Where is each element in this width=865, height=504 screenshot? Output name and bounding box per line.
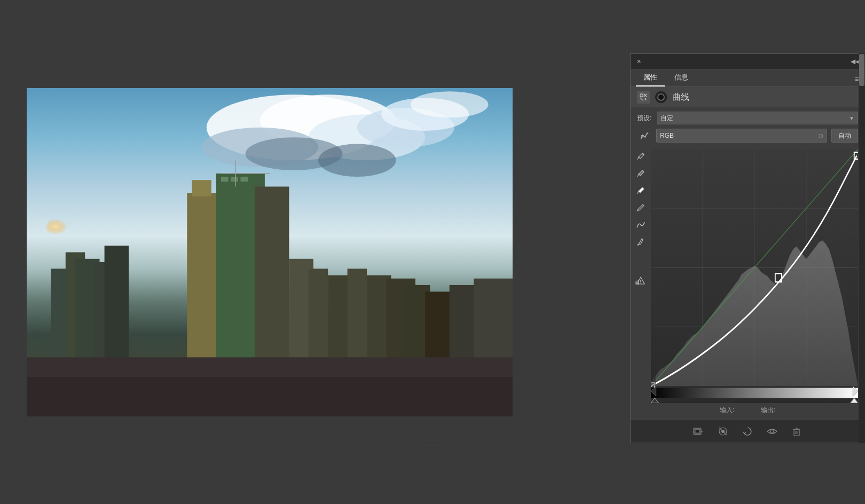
channel-tools-row: RGB ⬡ 自动 [631, 127, 864, 145]
pencil-draw-tool[interactable] [633, 234, 648, 249]
scrollbar[interactable] [859, 53, 865, 443]
workspace: ✕ ◀◀ 属性 信息 ≡ 曲线 [0, 0, 865, 504]
svg-rect-21 [240, 177, 248, 182]
warning-icon[interactable] [633, 273, 648, 288]
left-tools [631, 145, 651, 398]
preset-row: 预设: 自定 ▼ [631, 109, 864, 127]
svg-rect-64 [651, 388, 858, 398]
channel-value: RGB [660, 132, 674, 139]
preset-select[interactable]: 自定 ▼ [657, 112, 858, 124]
photo-canvas [27, 88, 513, 416]
eyedropper-shadows-tool[interactable] [633, 149, 648, 164]
scrollbar-thumb[interactable] [859, 54, 864, 86]
resize-handle[interactable]: ····· [426, 443, 439, 448]
svg-rect-19 [221, 177, 229, 182]
channel-arrow-icon: ⬡ [819, 133, 823, 139]
cityscape-image [27, 88, 513, 416]
svg-point-50 [640, 282, 641, 284]
svg-rect-37 [640, 94, 643, 97]
svg-point-45 [643, 154, 644, 155]
svg-line-46 [638, 174, 639, 177]
eyedropper-midtones-tool[interactable] [633, 166, 648, 181]
panel-titlebar: ✕ ◀◀ [631, 54, 864, 69]
panel-header: 曲线 [631, 87, 864, 107]
svg-rect-17 [192, 180, 211, 196]
view-button[interactable] [765, 424, 780, 439]
svg-point-76 [770, 430, 774, 433]
toggle-visibility-button[interactable] [715, 424, 730, 439]
preset-value: 自定 [660, 114, 673, 123]
eyedropper-highlights-tool[interactable] [633, 183, 648, 198]
tab-info[interactable]: 信息 [667, 69, 696, 86]
reset-button[interactable] [740, 424, 755, 439]
adjustment-type-icon[interactable] [637, 91, 650, 104]
svg-rect-67 [651, 149, 656, 386]
svg-point-10 [318, 144, 396, 177]
create-mask-button[interactable] [691, 424, 706, 439]
properties-panel: ✕ ◀◀ 属性 信息 ≡ 曲线 [630, 53, 865, 443]
preset-arrow-icon: ▼ [849, 115, 854, 121]
svg-rect-71 [695, 430, 699, 433]
preset-label: 预设: [637, 114, 651, 123]
delete-button[interactable] [789, 424, 804, 439]
svg-point-8 [411, 91, 489, 117]
tab-properties[interactable]: 属性 [636, 69, 665, 86]
svg-line-48 [639, 242, 640, 243]
input-output-row: 输入: 输出: [631, 403, 864, 419]
curves-graph-wrapper[interactable] [651, 149, 858, 403]
curves-area: 输入: 输出: [631, 145, 864, 419]
curves-graph-svg [651, 149, 858, 403]
smooth-tool[interactable] [633, 217, 648, 232]
svg-rect-51 [635, 281, 637, 285]
panel-footer [631, 419, 864, 443]
svg-line-42 [640, 98, 643, 100]
panel-close-button[interactable]: ✕ [635, 58, 642, 65]
channel-select[interactable]: RGB ⬡ [656, 129, 827, 143]
layer-icon[interactable] [655, 91, 667, 103]
auto-button[interactable]: 自动 [831, 129, 858, 143]
input-label: 输入: [720, 406, 734, 415]
svg-rect-34 [27, 377, 513, 416]
panel-tabs: 属性 信息 ≡ [631, 69, 864, 87]
svg-rect-52 [638, 280, 639, 285]
output-label: 输出: [761, 406, 775, 415]
svg-line-44 [638, 157, 639, 160]
svg-rect-20 [231, 177, 238, 182]
pencil-tool[interactable] [633, 200, 648, 215]
panel-title: 曲线 [672, 92, 689, 103]
cityscape-svg [27, 88, 513, 416]
sample-shadows-tool[interactable] [637, 128, 652, 143]
svg-line-47 [638, 191, 639, 194]
